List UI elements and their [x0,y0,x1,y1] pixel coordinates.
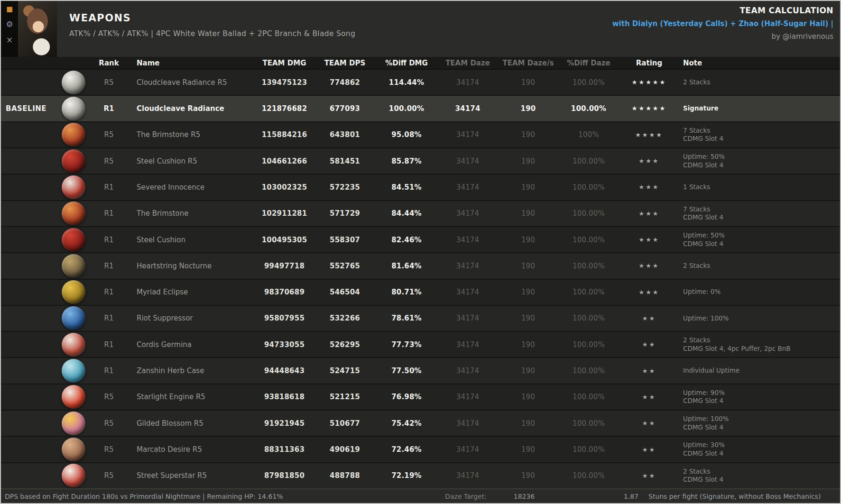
table-row: R5 Steel Cushion R5 104661266 581451 85.… [1,147,840,174]
diff-daze-cell: 100.00% [558,445,619,454]
team-daze-s-cell: 190 [498,78,558,87]
diff-daze-cell: 100.00% [558,419,619,428]
team-daze-cell: 34174 [437,209,498,218]
team-dmg-cell: 139475123 [255,78,314,87]
diff-dmg-cell: 114.44% [376,78,437,87]
close-icon[interactable]: × [6,36,13,44]
cloudcleave-radiance-icon [62,71,85,94]
weapon-icon-cell [53,175,93,199]
table-row: R5 Gilded Blossom R5 91921945 510677 75.… [1,410,840,436]
weapon-name: Riot Suppressor [124,314,255,322]
col-note: Note [679,59,840,67]
diff-dmg-cell: 77.50% [376,367,437,375]
app-window: ■ ⚙ × WEAPONS ATK% / ATK% / ATK% | 4PC W… [0,0,841,504]
rating-stars: ★★★★★ [619,105,679,112]
note-cell: Uptime: 100%CDMG Slot 4 [679,415,840,431]
team-daze-s-cell: 190 [498,393,558,401]
team-daze-cell: 34174 [437,314,498,322]
the-brimstone-icon [62,123,85,147]
team-dmg-cell: 103002325 [255,183,314,192]
header-left: WEAPONS ATK% / ATK% / ATK% | 4PC White W… [57,1,612,57]
team-dps-cell: 521215 [314,393,376,401]
note-cell: 2 Stacks [679,262,840,270]
rank-cell: R1 [93,183,124,192]
table-header: Rank Name TEAM DMG TEAM DPS %Diff DMG TE… [1,57,840,70]
team-members-line: with Dialyn (Yesterday Calls) + Zhao (Ha… [612,19,833,28]
rating-stars: ★★★ [619,183,679,191]
rank-cell: R1 [93,288,124,296]
weapon-icon-cell [53,359,93,383]
note-cell: Uptime: 100% [679,314,840,323]
team-dps-cell: 546504 [314,288,376,296]
badge-icon[interactable]: ■ [6,6,13,13]
rating-stars: ★★★ [619,262,679,269]
diff-dmg-cell: 78.61% [376,314,437,322]
note-cell: 1 Stacks [679,183,840,192]
rating-stars: ★★★ [619,210,679,217]
the-brimstone-icon [62,202,85,225]
footer-dps-info: DPS based on Fight Duration 180s vs Prim… [5,493,283,500]
footer: DPS based on Fight Duration 180s vs Prim… [1,488,840,503]
table-row: R5 The Brimstone R5 115884216 643801 95.… [1,121,840,147]
rank-cell: R1 [93,104,124,113]
team-daze-s-cell: 190 [498,209,558,218]
col-team-dps: TEAM DPS [314,59,376,67]
team-daze-s-cell: 190 [498,157,558,165]
weapon-icon-cell [53,306,93,330]
baseline-label: BASELINE [1,104,53,113]
weapon-icon-cell [53,412,93,435]
cordis-germina-icon [62,333,85,357]
table-row: R5 Marcato Desire R5 88311363 490619 72.… [1,436,840,462]
weapon-name: Cloudcleave Radiance R5 [124,78,255,87]
team-dps-cell: 526295 [314,340,376,349]
weapon-name: Marcato Desire R5 [124,445,255,454]
col-diff-daze: %Diff Daze [558,59,619,67]
diff-dmg-cell: 84.51% [376,183,437,192]
diff-daze-cell: 100.00% [558,367,619,375]
team-dps-cell: 488788 [314,471,376,480]
team-dps-cell: 572235 [314,183,376,192]
weapon-name: Myriad Eclipse [124,288,255,296]
diff-daze-cell: 100.00% [558,104,619,113]
zanshin-herb-case-icon [62,359,85,383]
rating-stars: ★★ [619,367,679,375]
starlight-engine-icon [62,385,85,409]
weapon-icon-cell [53,149,93,173]
credit-line: by @iamrivenous [612,32,833,41]
steel-cushion-icon [62,228,85,252]
weapon-name: Street Superstar R5 [124,471,255,480]
rating-stars: ★★ [619,394,679,401]
team-daze-s-cell: 190 [498,471,558,480]
diff-daze-cell: 100% [558,130,619,139]
team-dps-cell: 510677 [314,419,376,428]
cloudcleave-radiance-icon [62,97,85,120]
team-dps-cell: 581451 [314,157,376,165]
team-daze-cell: 34174 [437,183,498,192]
team-daze-cell: 34174 [437,419,498,428]
weapon-name: The Brimstone R5 [124,130,255,139]
col-rating: Rating [619,59,679,67]
diff-dmg-cell: 82.46% [376,236,437,244]
team-dps-cell: 524715 [314,367,376,375]
note-cell: 7 StacksCDMG Slot 4 [679,205,840,222]
page-title: WEAPONS [69,12,612,24]
table-row: R1 Riot Suppressor 95807955 532266 78.61… [1,305,840,331]
rank-cell: R5 [93,471,124,480]
table-row: R1 Severed Innocence 103002325 572235 84… [1,174,840,200]
rank-cell: R5 [93,78,124,87]
team-dmg-cell: 94448643 [255,367,314,375]
col-rank: Rank [93,59,124,67]
note-cell: Individual Uptime [679,367,840,375]
diff-dmg-cell: 81.64% [376,262,437,270]
note-cell: Uptime: 30%CDMG Slot 4 [679,441,840,458]
weapon-name: Severed Innocence [124,183,255,192]
gear-icon[interactable]: ⚙ [6,20,13,28]
note-cell: Uptime: 90%CDMG Slot 4 [679,389,840,405]
heartstring-nocturne-icon [62,254,85,278]
weapon-name: Starlight Engine R5 [124,393,255,401]
rank-cell: R1 [93,340,124,349]
team-daze-cell: 34174 [437,340,498,349]
team-dmg-cell: 88311363 [255,445,314,454]
diff-daze-cell: 100.00% [558,288,619,296]
team-daze-s-cell: 190 [498,445,558,454]
